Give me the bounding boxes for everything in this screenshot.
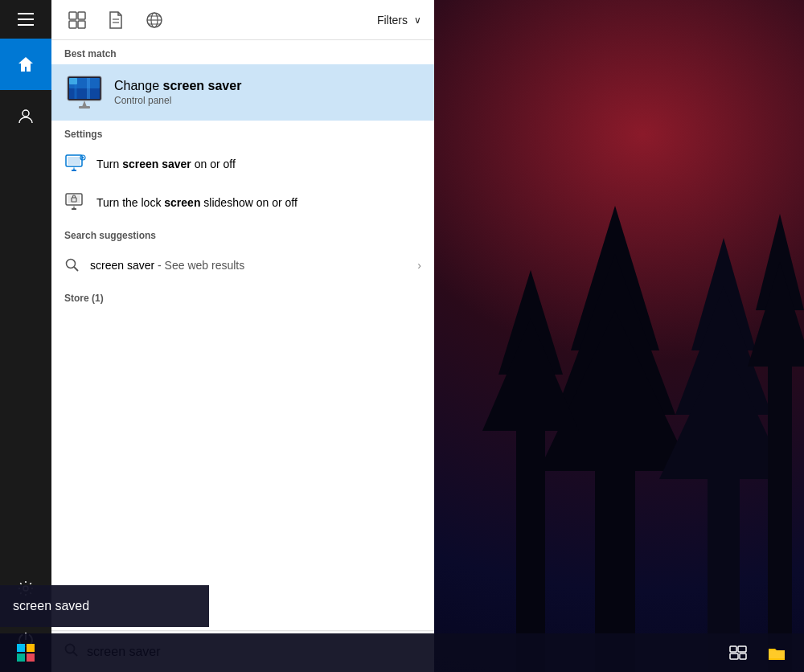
svg-rect-54 xyxy=(17,644,25,652)
svg-rect-55 xyxy=(27,644,35,652)
settings-item-2-icon xyxy=(64,191,87,214)
best-match-title: Change screen saver xyxy=(114,79,241,93)
best-match-title-bold: screen saver xyxy=(163,79,242,92)
svg-rect-20 xyxy=(78,12,85,19)
suggestion-item[interactable]: screen saver - See web results › xyxy=(51,246,434,285)
best-match-subtitle: Control panel xyxy=(114,95,241,106)
hamburger-button[interactable] xyxy=(0,0,51,39)
search-suggestion-icon xyxy=(64,257,80,273)
svg-rect-60 xyxy=(730,654,738,659)
svg-rect-58 xyxy=(730,646,736,652)
svg-point-17 xyxy=(23,110,29,117)
notification-toast: screen saved xyxy=(0,585,209,627)
sidebar-item-user[interactable] xyxy=(0,90,51,141)
best-match-icon xyxy=(64,72,105,113)
best-match-text: Change screen saver Control panel xyxy=(114,79,241,106)
apps-icon[interactable] xyxy=(64,7,90,33)
svg-rect-42 xyxy=(72,170,76,171)
svg-point-50 xyxy=(67,260,76,268)
svg-rect-36 xyxy=(69,78,77,84)
taskbar-icon-task-view[interactable] xyxy=(720,635,756,670)
svg-rect-19 xyxy=(69,12,76,19)
settings-header: Settings xyxy=(51,121,434,145)
svg-point-44 xyxy=(82,157,84,158)
svg-rect-33 xyxy=(69,88,100,99)
settings-item-1-text: Turn screen saver on or off xyxy=(96,158,236,170)
monitor-icon-svg xyxy=(64,75,105,110)
search-results: Best match xyxy=(51,40,434,630)
filters-button[interactable]: Filters ∨ xyxy=(377,14,421,27)
svg-rect-57 xyxy=(27,654,35,662)
start-menu: Filters ∨ Best match xyxy=(0,0,434,672)
taskbar-icons xyxy=(720,635,804,670)
store-header: Store (1) xyxy=(51,285,434,309)
search-toolbar: Filters ∨ xyxy=(51,0,434,40)
svg-rect-21 xyxy=(69,21,76,28)
suggestions-header: Search suggestions xyxy=(51,222,434,246)
svg-rect-56 xyxy=(17,654,25,662)
web-icon[interactable] xyxy=(142,7,167,33)
best-match-header: Best match xyxy=(51,40,434,64)
search-panel: Filters ∨ Best match xyxy=(51,0,434,672)
svg-rect-40 xyxy=(68,157,80,165)
svg-marker-9 xyxy=(482,318,579,431)
svg-line-51 xyxy=(74,267,78,271)
document-icon[interactable] xyxy=(103,7,129,33)
suggestion-text: screen saver - See web results xyxy=(90,259,408,272)
svg-rect-13 xyxy=(768,367,792,672)
taskbar xyxy=(0,633,804,672)
sidebar xyxy=(0,0,51,672)
svg-rect-16 xyxy=(18,24,34,26)
settings-item-1-icon xyxy=(64,153,87,175)
suggestion-arrow: › xyxy=(417,259,421,272)
svg-rect-22 xyxy=(78,21,85,28)
svg-rect-49 xyxy=(72,208,76,210)
svg-rect-38 xyxy=(79,106,90,109)
tree-silhouette xyxy=(426,190,804,672)
svg-rect-61 xyxy=(740,654,746,659)
sidebar-item-home[interactable] xyxy=(0,39,51,90)
settings-item-2[interactable]: Turn the lock screen slideshow on or off xyxy=(51,183,434,222)
svg-rect-14 xyxy=(18,13,34,14)
notification-text: screen saved xyxy=(13,599,89,613)
svg-rect-15 xyxy=(18,18,34,20)
filters-label: Filters xyxy=(377,14,408,27)
best-match-item[interactable]: Change screen saver Control panel xyxy=(51,64,434,121)
filters-chevron: ∨ xyxy=(414,14,421,26)
svg-rect-59 xyxy=(738,646,746,652)
start-button[interactable] xyxy=(0,633,51,672)
settings-item-1[interactable]: Turn screen saver on or off xyxy=(51,145,434,183)
settings-item-2-text: Turn the lock screen slideshow on or off xyxy=(96,196,297,209)
taskbar-icon-file-explorer[interactable] xyxy=(759,635,794,670)
svg-marker-37 xyxy=(82,100,87,107)
